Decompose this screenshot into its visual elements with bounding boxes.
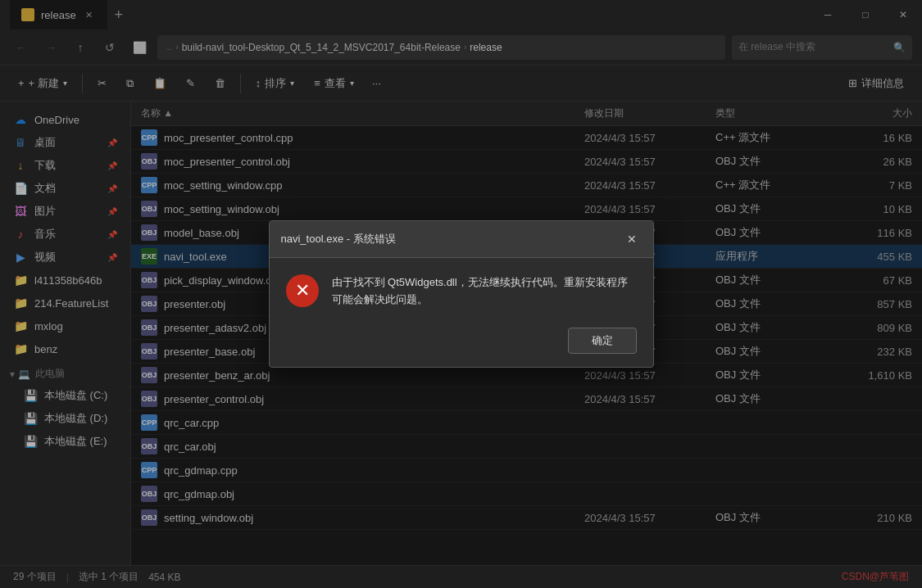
dialog-body: ✕ 由于找不到 Qt5Widgets.dll，无法继续执行代码。重新安装程序可能… (270, 258, 653, 322)
dialog-message: 由于找不到 Qt5Widgets.dll，无法继续执行代码。重新安装程序可能会解… (332, 274, 637, 309)
error-icon: ✕ (286, 274, 319, 307)
dialog-title-bar: navi_tool.exe - 系统错误 ✕ (270, 221, 653, 258)
dialog-ok-button[interactable]: 确定 (568, 328, 637, 354)
dialog-close-button[interactable]: ✕ (622, 229, 642, 249)
error-dialog: navi_tool.exe - 系统错误 ✕ ✕ 由于找不到 Qt5Widget… (269, 220, 654, 369)
error-x-icon: ✕ (295, 280, 310, 301)
dialog-footer: 确定 (270, 321, 653, 367)
dialog-overlay: navi_tool.exe - 系统错误 ✕ ✕ 由于找不到 Qt5Widget… (0, 0, 922, 588)
dialog-title: navi_tool.exe - 系统错误 (281, 232, 622, 247)
